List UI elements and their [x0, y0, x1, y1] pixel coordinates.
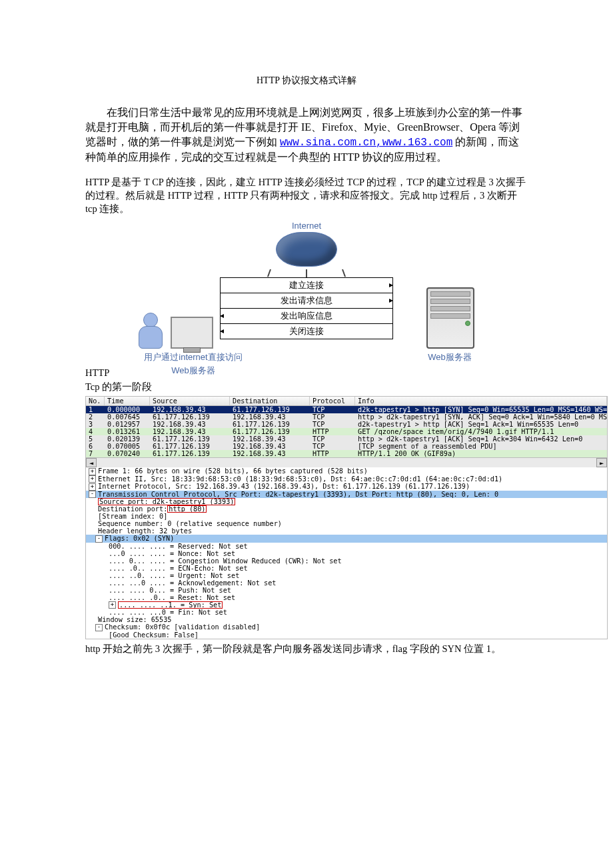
cell-dst: 192.168.39.43: [230, 443, 310, 450]
row-lbl: 发出响应信息: [281, 311, 332, 321]
client-actor: [127, 313, 213, 349]
col-no: No.: [86, 397, 105, 405]
cell-src: 61.177.126.139: [150, 435, 230, 443]
cell-info: http > d2k-tapestry1 [ACK] Seq=1 Ack=304…: [355, 435, 607, 443]
flow-row: 建立连接: [220, 277, 393, 293]
tcp-description: HTTP 是基于 T CP 的连接，因此，建立 HTTP 连接必须经过 TCP …: [85, 175, 528, 215]
tree-flags[interactable]: -Flags: 0x02 (SYN): [86, 535, 607, 543]
packet-row[interactable]: 50.02013961.177.126.139192.168.39.43TCPh…: [86, 435, 607, 443]
cell-info: HTTP/1.1 200 OK (GIF89a): [355, 450, 607, 457]
cloud-icon: [276, 232, 337, 267]
flag-ecn[interactable]: .... .0.. .... = ECN-Echo: Not set: [86, 565, 607, 572]
tree-stream[interactable]: [Stream index: 0]: [86, 513, 607, 520]
col-time: Time: [105, 397, 150, 405]
cell-proto: TCP: [310, 413, 355, 421]
cell-no: 1: [86, 406, 105, 413]
scrollbar[interactable]: ◄ ►: [86, 457, 607, 467]
server-actor: [426, 287, 486, 349]
packet-row[interactable]: 40.013261192.168.39.4361.177.126.139HTTP…: [86, 428, 607, 435]
packet-list-header[interactable]: No. Time Source Destination Protocol Inf…: [86, 397, 607, 406]
cell-dst: 61.177.126.139: [230, 421, 310, 428]
news-links[interactable]: www.sina.com.cn,www.163.com: [280, 137, 452, 149]
cell-src: 61.177.126.139: [150, 413, 230, 421]
cell-info: d2k-tapestry1 > http [SYN] Seq=0 Win=655…: [355, 406, 607, 413]
flow-row: 发出请求信息: [220, 293, 393, 309]
cell-no: 4: [86, 428, 105, 435]
cell-src: 61.177.126.139: [150, 450, 230, 457]
expand-icon[interactable]: +: [89, 468, 96, 475]
cloud-lines: [270, 269, 343, 277]
tree-frame[interactable]: +Frame 1: 66 bytes on wire (528 bits), 6…: [86, 467, 607, 475]
user-icon: [138, 313, 163, 349]
cell-no: 7: [86, 450, 105, 457]
tree-seq[interactable]: Sequence number: 0 (relative sequence nu…: [86, 520, 607, 527]
col-proto: Protocol: [310, 397, 355, 405]
flag-cwr[interactable]: .... 0... .... = Congestion Window Reduc…: [86, 557, 607, 565]
document-page: HTTP 协议报文格式详解 在我们日常生活中最常见的应用环境就是上网浏览网页，很…: [0, 0, 613, 696]
cell-proto: TCP: [310, 406, 355, 413]
scroll-left-icon[interactable]: ◄: [86, 458, 97, 467]
cell-dst: 192.168.39.43: [230, 435, 310, 443]
flag-push[interactable]: .... .... 0... = Push: Not set: [86, 587, 607, 594]
flag-ack[interactable]: .... ...0 .... = Acknowledgement: Not se…: [86, 579, 607, 587]
packet-row[interactable]: 70.07024061.177.126.139192.168.39.43HTTP…: [86, 450, 607, 457]
row-lbl: 发出请求信息: [281, 295, 332, 305]
tree-win[interactable]: Window size: 65535: [86, 616, 607, 623]
collapse-icon[interactable]: -: [95, 535, 103, 543]
cell-info: http > d2k-tapestry1 [SYN, ACK] Seq=0 Ac…: [355, 413, 607, 421]
flow-rows: 建立连接 发出请求信息 发出响应信息 关闭连接: [220, 277, 393, 339]
packet-row[interactable]: 20.00764561.177.126.139192.168.39.43TCPh…: [86, 413, 607, 421]
packet-details[interactable]: +Frame 1: 66 bytes on wire (528 bits), 6…: [86, 467, 607, 639]
tree-ip[interactable]: +Internet Protocol, Src: 192.168.39.43 (…: [86, 483, 607, 491]
cell-time: 0.070240: [105, 450, 150, 457]
flow-row: 发出响应信息: [220, 309, 393, 324]
cell-dst: 192.168.39.43: [230, 450, 310, 457]
cell-time: 0.000000: [105, 406, 150, 413]
cell-src: 61.177.126.139: [150, 443, 230, 450]
page-title: HTTP 协议报文格式详解: [85, 75, 528, 87]
monitor-icon: [171, 317, 213, 349]
row-lbl: 关闭连接: [289, 326, 324, 336]
expand-icon[interactable]: +: [109, 601, 116, 609]
cell-time: 0.070005: [105, 443, 150, 450]
internet-label: Internet: [127, 221, 486, 231]
cell-time: 0.012957: [105, 421, 150, 428]
flag-reset[interactable]: .... .... .0.. = Reset: Not set: [86, 594, 607, 601]
collapse-icon[interactable]: -: [95, 624, 103, 631]
cell-info: [TCP segment of a reassembled PDU]: [355, 443, 607, 450]
tree-good-cksum[interactable]: [Good Checksum: False]: [86, 631, 607, 639]
cell-proto: HTTP: [310, 450, 355, 457]
packet-list[interactable]: 10.000000192.168.39.4361.177.126.139TCPd…: [86, 406, 607, 457]
collapse-icon[interactable]: -: [89, 491, 96, 498]
client-label-1: 用户通过internet直接访问: [127, 351, 260, 363]
tree-hdrlen[interactable]: Header length: 32 bytes: [86, 527, 607, 535]
flag-fin[interactable]: .... .... ...0 = Fin: Not set: [86, 609, 607, 616]
col-dst: Destination: [230, 397, 310, 405]
packet-row[interactable]: 30.012957192.168.39.4361.177.126.139TCPd…: [86, 421, 607, 428]
flag-urgent[interactable]: .... ..0. .... = Urgent: Not set: [86, 572, 607, 579]
flag-syn[interactable]: +.... .... ..1. = Syn: Set: [86, 601, 607, 609]
flow-row: 关闭连接: [220, 324, 393, 339]
tree-eth[interactable]: +Ethernet II, Src: 18:33:9d:68:53:c0 (18…: [86, 475, 607, 483]
cell-no: 3: [86, 421, 105, 428]
tree-cksum[interactable]: -Checksum: 0x0f0c [validation disabled]: [86, 623, 607, 631]
flag-nonce[interactable]: ...0 .... .... = Nonce: Not set: [86, 550, 607, 557]
scroll-right-icon[interactable]: ►: [596, 458, 607, 467]
closing-paragraph: http 开始之前先 3 次握手，第一阶段就是客户向服务器发送同步请求，flag…: [85, 642, 528, 656]
cell-info: GET /qzone/space_item/orig/4/7940_1.gif …: [355, 428, 607, 435]
col-info: Info: [355, 397, 607, 405]
tree-srcport[interactable]: Source port: d2k-tapestry1 (3393): [86, 498, 607, 505]
expand-icon[interactable]: +: [89, 475, 96, 483]
flag-reserved[interactable]: 000. .... .... = Reserved: Not set: [86, 543, 607, 550]
cell-no: 6: [86, 443, 105, 450]
server-icon: [426, 287, 474, 349]
packet-row[interactable]: 60.07000561.177.126.139192.168.39.43TCP[…: [86, 443, 607, 450]
packet-row[interactable]: 10.000000192.168.39.4361.177.126.139TCPd…: [86, 406, 607, 413]
cell-time: 0.013261: [105, 428, 150, 435]
cell-proto: TCP: [310, 435, 355, 443]
row-lbl: 建立连接: [289, 280, 324, 290]
server-label: Web服务器: [413, 351, 486, 363]
tree-tcp[interactable]: -Transmission Control Protocol, Src Port…: [86, 491, 607, 499]
expand-icon[interactable]: +: [89, 483, 96, 491]
tree-dstport[interactable]: Destination port: http (80): [86, 505, 607, 513]
